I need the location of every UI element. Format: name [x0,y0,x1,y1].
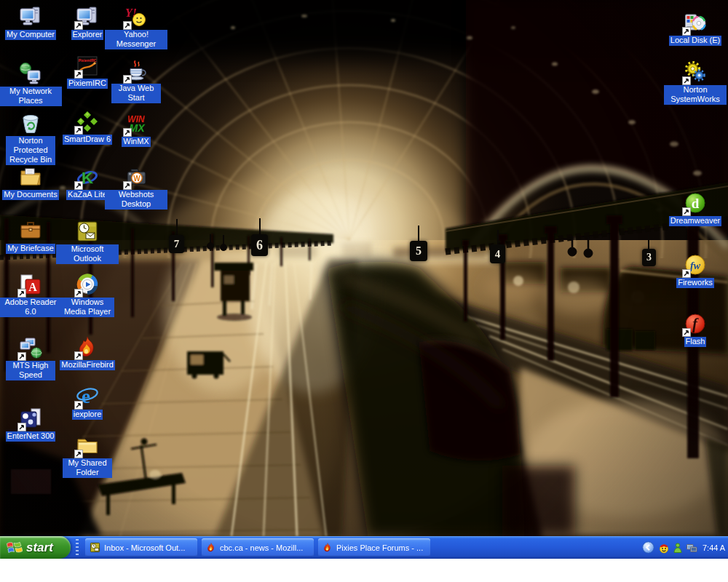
desktop-icon-label: PixiemIRC [67,79,108,89]
kazaa-icon [75,164,100,189]
desktop-icon-mozilla-firebird[interactable]: MozillaFirebird [56,335,119,370]
desktop-icon-label: Yahoo! Messenger [105,30,167,49]
mozilla-firebird-flame-icon [206,542,216,553]
desktop-icon-webshots-desktop[interactable]: Webshots Desktop [105,164,167,210]
desktop-icon-label: My Computer [5,30,56,40]
desktop-icon-windows-media-player[interactable]: Windows Media Player [56,272,119,317]
desktop-icon-iexplore[interactable]: iexplore [56,384,119,420]
disk-drive-cd-icon [683,10,708,35]
shortcut-arrow-icon [682,269,691,278]
java-cup-icon [124,58,149,83]
taskbar-window-cbc-news[interactable]: cbc.ca - news - Mozill... [202,538,314,557]
briefcase-icon [18,218,43,243]
desktop-icon-label: Java Web Start [111,84,161,103]
enternet-icon [18,406,43,431]
desktop-icon-label: Fireworks [676,278,714,288]
desktop-icon-label: My Network Places [0,87,62,106]
shortcut-arrow-icon [74,181,83,190]
start-button[interactable]: start [0,536,71,559]
desktop-icon-label: Adobe Reader 6.0 [0,298,62,317]
desktop-icon-my-network-places[interactable]: My Network Places [0,61,62,106]
desktop-icon-my-shared-folder[interactable]: My Shared Folder [56,433,119,478]
desktop-icon-microsoft-outlook[interactable]: Microsoft Outlook [56,219,119,264]
platform-sign-rod [259,218,261,234]
desktop-icon-label: My Shared Folder [63,458,112,478]
desktop-icon-label: My Documents [2,190,58,200]
platform-sign-rod [497,230,499,244]
documents-folder-icon [18,164,43,189]
taskbar-window-title: Inbox - Microsoft Out... [104,543,185,552]
desktop-icon-norton-protected-recycle-bin[interactable]: Norton Protected Recycle Bin [0,111,62,165]
desktop-icon-winmx[interactable]: WinMX [105,111,167,147]
shortcut-arrow-icon [123,128,132,137]
shortcut-arrow-icon [123,21,132,30]
gears-icon [683,60,708,84]
smartdraw-diamonds-icon [75,109,100,134]
windows-messenger-tray-icon[interactable] [672,542,684,554]
platform-sign-rod [418,226,419,241]
shortcut-arrow-icon [17,352,26,361]
shortcut-arrow-icon [682,76,691,85]
platform-sign: 3 [642,249,656,266]
desktop-icon-yahoo-messenger[interactable]: Yahoo! Messenger [105,4,167,49]
desktop-icon-label: MozillaFirebird [60,360,115,370]
desktop-icon-local-disk-e[interactable]: Local Disk (E) [664,10,727,46]
desktop-icon-my-computer[interactable]: My Computer [0,4,62,40]
platform-sign: 6 [251,234,268,256]
platform-sign: 4 [490,244,505,263]
desktop-icon-flash[interactable]: Flash [664,311,727,347]
fireworks-icon [683,252,708,277]
quick-launch-handle[interactable] [76,539,79,556]
platform-sign-rod [648,234,649,249]
taskbar-window-outlook-inbox[interactable]: Inbox - Microsoft Out... [85,538,197,557]
desktop-icon-fireworks[interactable]: Fireworks [664,252,727,288]
desktop-icon-dreamweaver[interactable]: Dreamweaver [664,191,727,226]
start-button-label: start [26,541,53,555]
taskbar: start Inbox - Microsoft Out... cbc.ca - … [0,536,728,559]
desktop-icon-label: My Briefcase [6,244,55,254]
desktop-icon-my-briefcase[interactable]: My Briefcase [0,218,62,254]
shortcut-arrow-icon [74,401,83,410]
platform-sign: 7 [169,235,184,253]
shortcut-arrow-icon [123,75,132,84]
taskbar-clock[interactable]: 7:44 A [703,543,728,552]
desktop-icon-mts-high-speed[interactable]: MTS High Speed [0,335,62,380]
shortcut-arrow-icon [74,70,83,79]
desktop-icon-enternet-300[interactable]: EnterNet 300 [0,406,62,442]
network-globe-monitor-icon [18,61,43,86]
desktop-icon-label: EnterNet 300 [6,431,56,442]
taskbar-window-pixies-place-forums[interactable]: Pixies Place Forums - ... [318,538,430,557]
desktop-icon-label: Webshots Desktop [105,190,167,210]
shortcut-arrow-icon [74,126,83,135]
dreamweaver-icon [683,191,708,215]
desktop-icon-label: MTS High Speed [6,361,55,380]
media-player-icon [75,272,100,297]
taskbar-window-title: cbc.ca - news - Mozill... [220,543,303,552]
desktop-icon-java-web-start[interactable]: Java Web Start [105,58,167,103]
webshots-camera-icon [124,164,149,189]
desktop-icon-label: Microsoft Outlook [56,244,119,264]
desktop-icon-adobe-reader[interactable]: Adobe Reader 6.0 [0,272,62,317]
desktop-icon-norton-systemworks[interactable]: Norton SystemWorks [664,60,727,105]
desktop-screen: 7 6 5 4 3 [0,0,728,582]
desktop-icon-label: Dreamweaver [669,216,721,226]
desktop-icon-label: Windows Media Player [60,298,114,317]
desktop-icon-label: Explorer [71,30,104,40]
shortcut-arrow-icon [74,21,83,30]
desktop-icon-my-documents[interactable]: My Documents [0,164,62,200]
desktop-icon-label: Local Disk (E) [669,36,721,46]
yahoo-messenger-tray-icon[interactable] [658,542,670,554]
desktop-icon-label: WinMX [122,137,150,147]
yahoo-smiley-icon [124,4,149,29]
screen-bottom-strip [0,559,728,582]
desktop-icon-label: Flash [684,337,707,347]
shortcut-arrow-icon [17,423,26,431]
recycle-bin-icon [18,111,43,135]
network-connection-tray-icon[interactable] [686,542,697,554]
folder-icon [75,433,100,458]
tray-collapse-chevron-icon[interactable] [642,541,654,554]
platform-sign: 5 [410,241,427,261]
shortcut-arrow-icon [682,27,691,36]
mozilla-firebird-flame-icon [323,542,333,553]
outlook-icon [90,542,100,553]
